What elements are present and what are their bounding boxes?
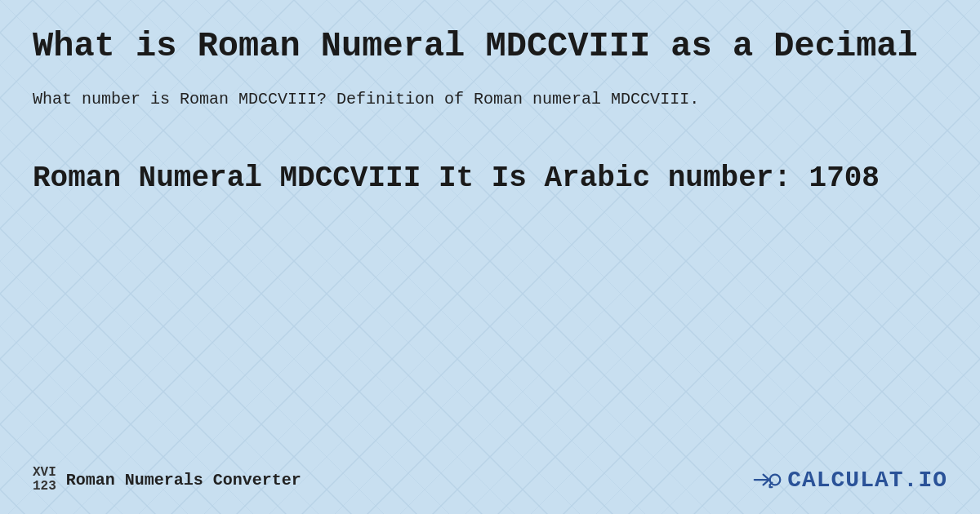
roman-fraction-bottom: 123 — [33, 480, 56, 494]
main-title: What is Roman Numeral MDCCVIII as a Deci… — [33, 26, 931, 67]
footer: XVI 123 Roman Numerals Converter — [33, 453, 947, 494]
result-section: Roman Numeral MDCCVIII It Is Arabic numb… — [33, 160, 947, 452]
roman-fraction-top: XVI — [33, 466, 56, 481]
footer-left: XVI 123 Roman Numerals Converter — [33, 466, 301, 494]
calculat-logo: CALCULAT.IO — [753, 467, 947, 493]
roman-fraction-icon: XVI 123 — [33, 466, 56, 494]
footer-converter-label: Roman Numerals Converter — [66, 471, 301, 490]
calculat-logo-text: CALCULAT.IO — [787, 467, 947, 493]
result-title: Roman Numeral MDCCVIII It Is Arabic numb… — [33, 160, 931, 198]
calculat-icon — [753, 468, 782, 491]
subtitle-text: What number is Roman MDCCVIII? Definitio… — [33, 86, 931, 113]
page-content: What is Roman Numeral MDCCVIII as a Deci… — [0, 0, 980, 514]
